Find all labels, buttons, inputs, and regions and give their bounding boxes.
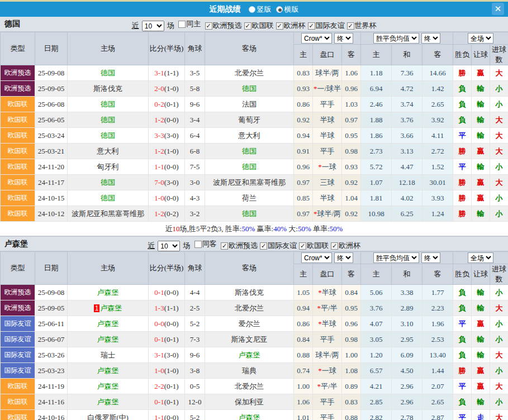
checkbox-checked-icon: ✓ bbox=[331, 242, 338, 250]
match-date: 24-11-16 bbox=[35, 394, 68, 410]
col-header-type: 类型 bbox=[1, 252, 35, 285]
match-row: 欧国联25-03-21意大利1-2(1-0)6-8德国0.91平手0.982.7… bbox=[1, 144, 508, 159]
match-filter-bar: 近 10 场 同客 ✓欧洲预选✓国际友谊✓欧国联✓欧洲杯 bbox=[0, 237, 508, 253]
crow-odds-home: 1.00 bbox=[294, 379, 313, 394]
result-winloss: 平 bbox=[453, 316, 472, 332]
match-date: 24-11-19 bbox=[35, 379, 68, 394]
mean-away-odds: 2.72 bbox=[422, 144, 453, 159]
crow-handicap: *一球 bbox=[313, 159, 342, 175]
mean-away-odds: 1.24 bbox=[422, 206, 453, 222]
mean-draw-odds: 6.25 bbox=[392, 206, 422, 222]
mean-home-odds: 10.98 bbox=[361, 206, 392, 222]
mean-draw-odds: 4.72 bbox=[392, 81, 422, 97]
competition-filter-checkbox[interactable]: ✓欧洲预选 bbox=[205, 18, 242, 33]
result-handicap: 輸 bbox=[472, 128, 490, 144]
crow-handicap: 平手 bbox=[313, 410, 342, 420]
home-team: 德国 bbox=[68, 97, 149, 112]
same-venue-checkbox[interactable]: 同主 bbox=[178, 17, 201, 31]
crow-odds-away: 0.96 bbox=[342, 81, 361, 97]
home-team: 卢森堡 bbox=[68, 394, 149, 410]
col-header-mean-away: 客 bbox=[422, 264, 453, 285]
mean-source-select[interactable]: 胜平负均值 bbox=[373, 252, 419, 263]
same-venue-checkbox[interactable]: 同客 bbox=[194, 237, 217, 251]
layout-radio-vertical[interactable]: 竖版 bbox=[249, 4, 272, 15]
mean-header-group: 胜平负均值终 bbox=[361, 252, 453, 264]
match-score: 7-0(3-0) bbox=[149, 175, 185, 190]
close-button[interactable]: ✕ bbox=[492, 3, 504, 15]
competition-badge: 国际友谊 bbox=[1, 347, 35, 363]
crow-final-select[interactable]: 终 bbox=[334, 252, 353, 263]
competition-badge: 欧国联 bbox=[1, 128, 35, 144]
recent-count-select[interactable]: 10 bbox=[158, 241, 180, 251]
home-team: 波斯尼亚和黑塞哥维那 bbox=[68, 206, 149, 222]
crow-odds-home: 0.94 bbox=[294, 300, 313, 316]
recent-count-select[interactable]: 10 bbox=[142, 21, 164, 31]
games-label: 场 bbox=[183, 241, 191, 250]
match-date: 25-06-11 bbox=[35, 316, 68, 332]
match-date: 25-03-23 bbox=[35, 363, 68, 379]
home-team: 卢森堡 bbox=[68, 363, 149, 379]
corner-score: 3-4 bbox=[185, 112, 205, 128]
result-handicap: 輸 bbox=[472, 112, 490, 128]
result-goals: 小 bbox=[490, 316, 508, 332]
competition-filter-checkbox[interactable]: ✓欧国联 bbox=[244, 18, 274, 33]
match-row: 欧洲预选25-09-08德国3-1(1-1)3-5北爱尔兰0.83球半/两1.0… bbox=[1, 65, 508, 81]
result-winloss: 平 bbox=[453, 128, 472, 144]
mean-final-select[interactable]: 终 bbox=[421, 252, 440, 263]
away-team: 波斯尼亚和黑塞哥维那 bbox=[205, 175, 294, 190]
match-date: 25-06-05 bbox=[35, 112, 68, 128]
layout-radio-horizontal[interactable]: 横版 bbox=[276, 4, 299, 15]
mean-draw-odds: 3.76 bbox=[392, 112, 422, 128]
section-header-germany: 德国 近 10 场 同主 ✓欧洲预选✓欧国联✓欧洲杯✓国际友谊✓世界杯 bbox=[0, 17, 508, 32]
odds-source-select[interactable]: Crow* bbox=[301, 252, 332, 263]
match-score: 1-0(0-0) bbox=[149, 190, 185, 206]
col-header-type: 类型 bbox=[1, 32, 35, 65]
result-goals: 小 bbox=[490, 206, 508, 222]
fullmatch-select[interactable]: 全场 bbox=[468, 33, 493, 44]
away-team: 法国 bbox=[205, 97, 294, 112]
result-winloss: 負 bbox=[453, 112, 472, 128]
fullmatch-header-group: 全场 bbox=[453, 252, 508, 264]
match-row: 国际友谊25-06-07卢森堡0-1(0-1)7-3斯洛文尼亚0.84平手0.9… bbox=[1, 332, 508, 347]
competition-badge: 欧国联 bbox=[1, 190, 35, 206]
competition-badge: 欧国联 bbox=[1, 159, 35, 175]
match-filter-bar: 近 10 场 同主 ✓欧洲预选✓欧国联✓欧洲杯✓国际友谊✓世界杯 bbox=[0, 17, 508, 33]
away-team: 北爱尔兰 bbox=[205, 379, 294, 394]
mean-source-select[interactable]: 胜平负均值 bbox=[373, 33, 419, 44]
col-header-date: 日期 bbox=[35, 252, 68, 285]
col-header-corner: 角球 bbox=[185, 252, 205, 285]
crow-final-select[interactable]: 终 bbox=[334, 33, 353, 44]
crow-odds-away: 1.04 bbox=[342, 190, 361, 206]
match-score: 0-2(0-1) bbox=[149, 97, 185, 112]
fullmatch-select[interactable]: 全场 bbox=[468, 252, 493, 263]
crow-handicap: 半球 bbox=[313, 128, 342, 144]
result-goals: 大 bbox=[490, 112, 508, 128]
competition-filter-checkbox[interactable]: ✓世界杯 bbox=[347, 18, 377, 33]
match-row: 欧国联24-10-15德国1-0(0-0)4-3荷兰0.85半球1.041.81… bbox=[1, 190, 508, 206]
result-winloss: 負 bbox=[453, 347, 472, 363]
match-date: 25-09-05 bbox=[35, 81, 68, 97]
match-date: 25-09-08 bbox=[35, 285, 68, 300]
competition-filter-checkbox[interactable]: ✓欧洲杯 bbox=[331, 238, 360, 253]
competition-filter-checkbox[interactable]: ✓国际友谊 bbox=[260, 238, 297, 253]
home-team: 德国 bbox=[68, 65, 149, 81]
competition-badge: 欧洲预选 bbox=[1, 285, 35, 300]
result-winloss: 負 bbox=[453, 97, 472, 112]
competition-badge: 欧国联 bbox=[1, 144, 35, 159]
match-row: 欧国联24-10-12波斯尼亚和黑塞哥维那1-2(0-2)3-2德国0.97*球… bbox=[1, 206, 508, 222]
mean-home-odds: 2.85 bbox=[361, 394, 392, 410]
result-goals: 大 bbox=[490, 144, 508, 159]
competition-filter-checkbox[interactable]: ✓欧国联 bbox=[299, 238, 329, 253]
competition-filter-checkbox[interactable]: ✓欧洲预选 bbox=[221, 238, 258, 253]
result-winloss: 平 bbox=[453, 159, 472, 175]
result-winloss: 負 bbox=[453, 81, 472, 97]
result-handicap: 贏 bbox=[472, 316, 490, 332]
odds-source-select[interactable]: Crow* bbox=[301, 33, 332, 44]
match-date: 25-03-21 bbox=[35, 144, 68, 159]
mean-final-select[interactable]: 终 bbox=[421, 33, 440, 44]
checkbox-checked-icon: ✓ bbox=[244, 22, 251, 30]
crow-odds-home: 1.06 bbox=[294, 394, 313, 410]
competition-filter-checkbox[interactable]: ✓国际友谊 bbox=[308, 18, 345, 33]
competition-filter-checkbox[interactable]: ✓欧洲杯 bbox=[276, 18, 306, 33]
result-winloss: 負 bbox=[453, 285, 472, 300]
